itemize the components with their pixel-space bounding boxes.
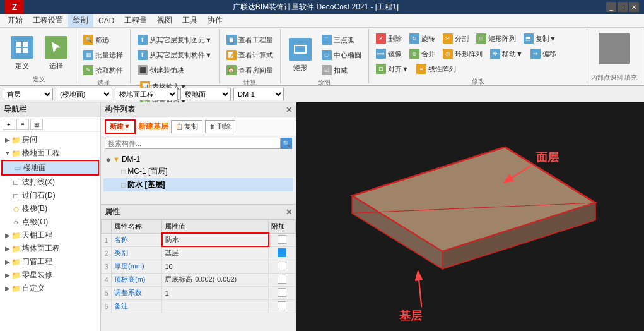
menu-view[interactable]: 视图 — [152, 14, 177, 27]
select-button[interactable]: 选择 — [40, 33, 72, 74]
linear-array-button[interactable]: ≡ 线性阵列 — [413, 62, 459, 76]
prop-value[interactable]: 防水 — [162, 233, 269, 246]
menu-draw[interactable]: 绘制 — [68, 14, 93, 27]
copy-component-button[interactable]: ⬆ 从其它层复制构件▼ — [134, 48, 215, 62]
ribbon-group-define: 定义 选择 定义 — [3, 29, 76, 83]
nav-item-room[interactable]: ▶ 📁 房间 — [1, 133, 99, 147]
ellipse-button[interactable]: ⬭ 中心椭圆 — [319, 48, 365, 62]
menu-start[interactable]: 开始 — [3, 14, 28, 27]
nav-item-floor-work[interactable]: ▼ 📁 楼地面工程 — [1, 147, 99, 160]
move-button[interactable]: ✥ 移动▼ — [487, 47, 526, 61]
menu-quantity[interactable]: 工程量 — [119, 14, 152, 27]
prop-value[interactable]: 层底标高-0.002(-0.052) — [162, 273, 269, 286]
nav-title: 导航栏 — [4, 104, 26, 115]
nav-item-label: 波打线(X) — [22, 177, 55, 188]
merge-button[interactable]: ⊕ 合并 — [406, 47, 438, 61]
work-type-select[interactable]: 楼地面工程 — [115, 88, 178, 100]
batch-select-button[interactable]: ▦ 批量选择 — [80, 48, 126, 62]
prop-value[interactable] — [162, 299, 269, 313]
rect-array-button[interactable]: ⊞ 矩形阵列 — [473, 32, 519, 45]
copy-from-floor-button[interactable]: ⬆ 从其它层复制图元▼ — [134, 33, 215, 47]
expand-icon: ▶ — [4, 285, 11, 292]
prop-value[interactable]: 1 — [162, 286, 269, 299]
define-button[interactable]: 定义 — [6, 33, 38, 74]
prop-value[interactable]: 基层 — [162, 246, 269, 260]
filter-button[interactable]: 🔍 筛选 — [80, 33, 112, 47]
prop-extra — [269, 246, 296, 260]
maximize-button[interactable]: □ — [618, 2, 628, 12]
rotate-button[interactable]: ↻ 旋转 — [406, 32, 438, 45]
nav-add-button[interactable]: + — [3, 119, 15, 130]
nav-item-label: 门窗工程 — [22, 256, 52, 267]
col-extra-header: 附加 — [269, 220, 296, 234]
view-formula-button[interactable]: 📝 查看计算式 — [223, 48, 276, 62]
component-select[interactable]: 楼地面 — [180, 88, 231, 100]
menu-collaborate[interactable]: 协作 — [202, 14, 228, 27]
nav-item-label: 过门石(D) — [22, 190, 56, 201]
nav-item-label: 自定义 — [22, 283, 45, 294]
view-quantity-button[interactable]: 📋 查看工程量 — [223, 33, 276, 47]
nav-item-wall[interactable]: ▶ 📁 墙体面工程 — [1, 242, 99, 255]
create-block-button[interactable]: ⬛ 创建装饰块 — [134, 63, 187, 77]
border-icon: □ — [11, 178, 20, 187]
nav-item-ceiling[interactable]: ▶ 📁 天棚工程 — [1, 229, 99, 242]
close-button[interactable]: ✕ — [629, 2, 639, 12]
folder-icon: 📁 — [11, 271, 20, 280]
split-button[interactable]: ✂ 分割 — [440, 32, 472, 45]
minimize-button[interactable]: _ — [606, 2, 616, 12]
comp-tree: ◆ ▼ DM-1 □ MC-1 [面层] □ 防水 [基层] — [101, 151, 296, 204]
nav-item-stairs[interactable]: ◇ 楼梯(B) — [1, 202, 99, 215]
ring-array-button[interactable]: ◎ 环形阵列 — [440, 47, 486, 61]
comp-toolbar: 新建▼ 新建基层 📋 复制 🗑 删除 — [101, 117, 296, 136]
floor-icon: ▭ — [13, 164, 21, 172]
delete-component-button[interactable]: 🗑 删除 — [205, 120, 235, 133]
col-value-header: 属性值 — [162, 220, 269, 234]
nav-grid-button[interactable]: ⊞ — [30, 119, 43, 130]
view-room-button[interactable]: 🏠 查看房间量 — [223, 63, 276, 77]
comp-panel-close[interactable]: ✕ — [286, 105, 292, 114]
pick-component-button[interactable]: ✎ 拾取构件 — [80, 63, 126, 77]
nav-item-border[interactable]: □ 波打线(X) — [1, 176, 99, 189]
copy-modify-button[interactable]: ⬒ 复制▼ — [520, 32, 559, 45]
new-component-button[interactable]: 新建▼ — [105, 119, 136, 134]
nav-item-doorsill[interactable]: □ 过门石(D) — [1, 189, 99, 202]
arc-button[interactable]: ⌒ 三点弧 — [319, 33, 365, 47]
offset-button[interactable]: ⇒ 偏移 — [527, 47, 559, 61]
nav-item-accent[interactable]: ○ 点缀(O) — [1, 215, 99, 229]
view-3d: 面层 基层 — [296, 102, 644, 331]
nav-item-doors[interactable]: ▶ 📁 门窗工程 — [1, 255, 99, 268]
comp-tree-item-face[interactable]: □ MC-1 [面层] — [103, 165, 293, 178]
nav-item-floor[interactable]: ▭ 楼地面 — [1, 160, 99, 176]
align-button[interactable]: ⊟ 对齐▼ — [373, 62, 412, 76]
comp-tree-item-waterproof[interactable]: □ 防水 [基层] — [103, 178, 293, 191]
folder-icon: 📁 — [11, 244, 20, 253]
profile-select[interactable]: DM-1 — [233, 88, 284, 100]
menu-project-settings[interactable]: 工程设置 — [28, 14, 68, 27]
expand-icon: ▶ — [4, 245, 11, 253]
nav-item-misc[interactable]: ▶ 📁 零星装修 — [1, 268, 99, 282]
search-input[interactable] — [105, 138, 281, 149]
prop-extra — [269, 286, 296, 299]
app-title: 广联达BIM装饰计量软件 DecoCost 2021 - [工程1] — [26, 2, 605, 13]
search-button[interactable]: 🔍 — [281, 138, 292, 149]
location-select[interactable]: (楼地面) — [56, 88, 112, 100]
ribbon-group-extra: 内部点识别 填充 — [587, 29, 641, 83]
props-panel-close[interactable]: ✕ — [286, 208, 292, 217]
prop-value[interactable]: 10 — [162, 260, 269, 273]
nav-list-button[interactable]: ≡ — [16, 119, 29, 130]
ribbon-group-select: 🔍 筛选 ▦ 批量选择 ✎ 拾取构件 选择 — [76, 29, 131, 83]
menu-cad[interactable]: CAD — [93, 15, 119, 27]
delete-button[interactable]: ✕ 删除 — [373, 32, 405, 45]
copy-component-button[interactable]: 📋 复制 — [171, 120, 202, 133]
row-num: 5 — [102, 286, 112, 299]
prop-extra — [269, 299, 296, 313]
comp-tree-root[interactable]: ◆ ▼ DM-1 — [103, 153, 293, 165]
nav-item-custom[interactable]: ▶ 📁 自定义 — [1, 282, 99, 295]
rectangle-button[interactable]: 矩形 — [284, 35, 316, 76]
menu-tools[interactable]: 工具 — [177, 14, 202, 27]
mirror-button[interactable]: ⟺ 镜像 — [373, 47, 405, 61]
deduct-button[interactable]: ☑ 扣减 — [319, 63, 365, 77]
floor-select[interactable]: 首层 — [3, 88, 53, 100]
view-3d-inner: 面层 基层 — [296, 102, 644, 331]
prop-extra — [269, 273, 296, 286]
